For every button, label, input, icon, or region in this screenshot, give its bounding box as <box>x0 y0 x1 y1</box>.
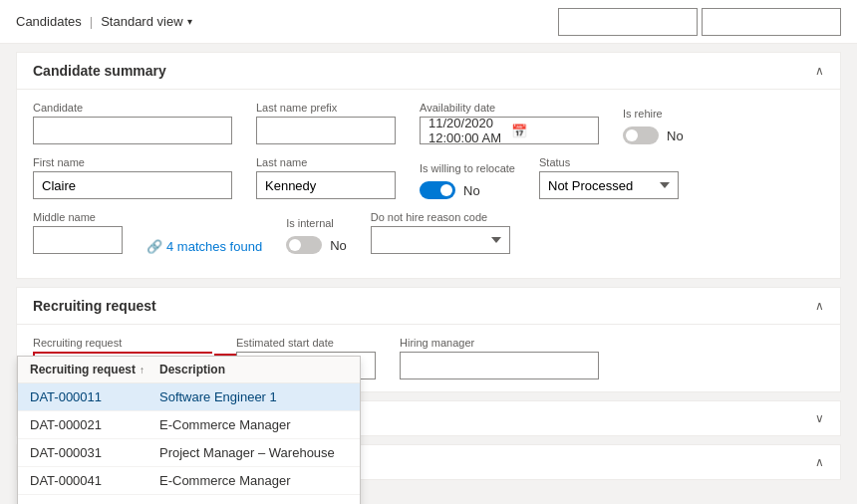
do-not-hire-label: Do not hire reason code <box>371 211 510 223</box>
dropdown-list-row[interactable]: DAT-000031Project Manager – Warehouse <box>18 439 360 467</box>
dropdown-row-id: DAT-000031 <box>30 445 159 460</box>
dropdown-row-id: DAT-000041 <box>30 473 159 488</box>
dropdown-header-col2: Description <box>159 363 348 377</box>
willing-to-relocate-toggle-group: No <box>420 181 515 199</box>
top-bar-search-input1[interactable] <box>558 8 698 36</box>
page-title: Candidates <box>16 14 82 29</box>
availability-date-label: Availability date <box>420 102 599 114</box>
dropdown-list-row[interactable]: DAT-000021E-Commerce Manager <box>18 411 360 439</box>
last-name-prefix-input[interactable] <box>256 117 396 144</box>
form-row-2: First name Last name Is willing to reloc… <box>33 156 824 199</box>
is-internal-field: Is internal No <box>286 217 347 254</box>
estimated-start-date-label: Estimated start date <box>236 337 376 349</box>
do-not-hire-field: Do not hire reason code <box>371 211 510 254</box>
last-name-prefix-field: Last name prefix <box>256 102 396 144</box>
matches-link[interactable]: 🔗 4 matches found <box>146 239 262 254</box>
hiring-manager-field: Hiring manager <box>400 337 599 379</box>
middle-name-input[interactable] <box>33 226 123 254</box>
dropdown-list-header: Recruiting request ↑ Description <box>18 357 360 383</box>
dropdown-list-row[interactable]: DAT-000041E-Commerce Manager <box>18 467 360 495</box>
is-internal-toggle[interactable] <box>286 236 322 254</box>
is-rehire-label: Is rehire <box>623 108 684 120</box>
form-row-3: Middle name 🔗 4 matches found Is interna… <box>33 211 824 254</box>
willing-to-relocate-toggle[interactable] <box>420 181 455 199</box>
recruiting-request-toggle[interactable]: ∧ <box>815 299 824 313</box>
sort-asc-icon: ↑ <box>140 365 144 376</box>
extra-section-2-toggle[interactable]: ∧ <box>815 455 824 469</box>
willing-to-relocate-label: Is willing to relocate <box>420 162 515 174</box>
is-internal-label: Is internal <box>286 217 347 229</box>
recruiting-request-label: Recruiting request <box>33 337 212 349</box>
first-name-field: First name <box>33 156 232 199</box>
candidate-summary-toggle[interactable]: ∧ <box>815 64 824 78</box>
recruiting-request-body: Recruiting request Estimated start date <box>17 325 840 379</box>
status-label: Status <box>539 156 679 168</box>
last-name-field: Last name <box>256 156 396 199</box>
willing-to-relocate-value: No <box>463 183 480 198</box>
view-selector[interactable]: Standard view ▾ <box>101 14 191 29</box>
dropdown-list-body: DAT-000011Software Engineer 1DAT-000021E… <box>18 383 360 504</box>
dropdown-row-description: Software Engineer 1 <box>159 389 348 404</box>
matches-text: 4 matches found <box>166 239 262 254</box>
top-bar-search-input2[interactable] <box>702 8 841 36</box>
recruiting-request-title: Recruiting request <box>33 298 156 314</box>
dropdown-row-description: Project Manager – Warehouse <box>159 445 348 460</box>
dropdown-header-col1: Recruiting request ↑ <box>30 363 159 377</box>
dropdown-row-description: E-Commerce Manager <box>159 417 348 432</box>
middle-name-field: Middle name <box>33 211 123 254</box>
dropdown-row-description: E-Commerce Manager <box>159 473 348 488</box>
candidate-summary-section: Candidate summary ∧ Candidate Last name … <box>16 52 841 279</box>
top-bar: Candidates | Standard view ▾ <box>0 0 857 44</box>
dropdown-list-row[interactable]: DAT-000011Software Engineer 1 <box>18 383 360 411</box>
is-internal-knob <box>289 239 301 251</box>
recruiting-request-header: Recruiting request ∧ <box>17 288 840 325</box>
main-content: Candidate summary ∧ Candidate Last name … <box>0 44 857 504</box>
last-name-label: Last name <box>256 156 396 168</box>
last-name-prefix-label: Last name prefix <box>256 102 396 114</box>
dropdown-row-id: DAT-000011 <box>30 389 159 404</box>
calendar-icon: 📅 <box>511 124 590 138</box>
recruiting-request-dropdown-list: Recruiting request ↑ Description DAT-000… <box>17 356 361 504</box>
extra-section-1-toggle[interactable]: ∨ <box>815 411 824 425</box>
is-internal-value: No <box>330 238 347 253</box>
availability-date-field: Availability date 11/20/2020 12:00:00 AM… <box>420 102 599 144</box>
dropdown-list-row[interactable]: DAT-000042Project Manager – Warehouse <box>18 495 360 504</box>
separator: | <box>90 14 93 29</box>
is-internal-toggle-group: No <box>286 236 347 254</box>
is-rehire-toggle-group: No <box>623 126 684 144</box>
top-bar-actions <box>558 8 841 36</box>
candidate-label: Candidate <box>33 102 232 114</box>
candidate-summary-title: Candidate summary <box>33 63 166 79</box>
candidate-summary-card: Candidate summary ∧ Candidate Last name … <box>16 52 841 279</box>
form-row-1: Candidate Last name prefix Availability … <box>33 102 824 144</box>
willing-to-relocate-knob <box>440 184 452 196</box>
is-rehire-field: Is rehire No <box>623 108 684 144</box>
do-not-hire-select[interactable] <box>371 226 510 254</box>
view-chevron-icon: ▾ <box>187 16 192 27</box>
status-select[interactable]: Not Processed <box>539 171 679 199</box>
dropdown-row-id: DAT-000021 <box>30 417 159 432</box>
availability-date-value: 11/20/2020 12:00:00 AM <box>428 116 507 145</box>
candidate-summary-body: Candidate Last name prefix Availability … <box>17 90 840 278</box>
last-name-input[interactable] <box>256 171 396 199</box>
first-name-input[interactable] <box>33 171 232 199</box>
candidate-input[interactable] <box>33 117 232 144</box>
first-name-label: First name <box>33 156 232 168</box>
is-rehire-toggle[interactable] <box>623 126 659 144</box>
matches-field: 🔗 4 matches found <box>146 235 262 254</box>
hiring-manager-input[interactable] <box>400 352 599 379</box>
candidate-summary-header: Candidate summary ∧ <box>17 53 840 90</box>
hiring-manager-label: Hiring manager <box>400 337 599 349</box>
view-label: Standard view <box>101 14 182 29</box>
middle-name-label: Middle name <box>33 211 123 223</box>
is-rehire-knob <box>626 129 638 141</box>
recruiting-request-section: Recruiting request ∧ Recruiting request <box>16 287 841 392</box>
is-rehire-value: No <box>667 128 684 143</box>
status-field: Status Not Processed <box>539 156 679 199</box>
candidate-field: Candidate <box>33 102 232 144</box>
willing-to-relocate-field: Is willing to relocate No <box>420 162 515 199</box>
availability-date-input[interactable]: 11/20/2020 12:00:00 AM 📅 <box>420 117 599 144</box>
matches-icon: 🔗 <box>146 239 162 254</box>
